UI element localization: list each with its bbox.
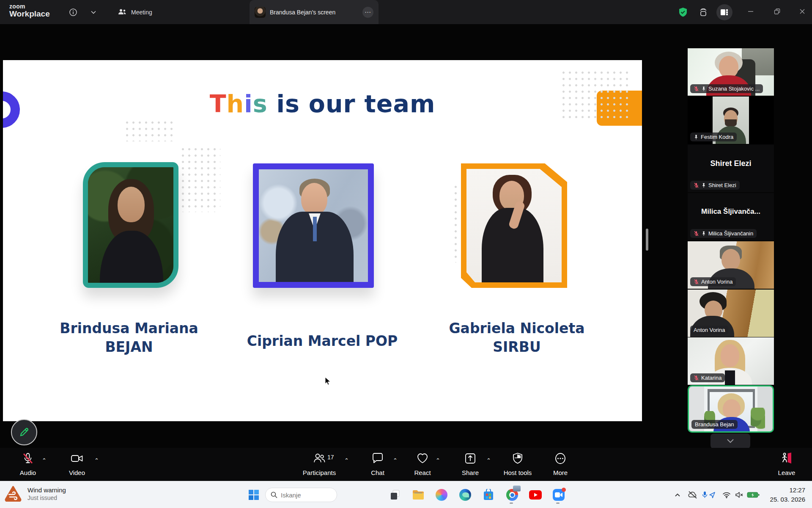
file-explorer-icon[interactable]	[411, 488, 425, 502]
mic-muted-icon	[694, 279, 699, 284]
member-name-3: Gabriela NicoletaSIRBU	[437, 319, 597, 356]
participant-name-label: Brandusa Bejan	[691, 420, 738, 429]
tab-meeting[interactable]: Meeting	[113, 0, 156, 24]
cast-icon[interactable]	[697, 6, 710, 19]
pin-icon	[701, 86, 706, 91]
wind-warning-icon	[4, 486, 22, 502]
decorative-dots	[180, 146, 220, 212]
participants-button[interactable]: Participants	[296, 452, 343, 476]
participant-tile-festim[interactable]: Festim Kodra	[688, 97, 774, 144]
pin-icon	[694, 135, 699, 140]
edge-icon[interactable]	[458, 488, 472, 502]
tab-shared-screen[interactable]: Brandusa Bejan's screen ⋯	[250, 0, 379, 24]
info-icon[interactable]	[67, 6, 80, 19]
video-button[interactable]: Video	[54, 452, 100, 476]
location-in-use-icon[interactable]	[708, 488, 717, 502]
react-options-chevron[interactable]: ⌃	[436, 457, 440, 464]
participant-tile-anton-1[interactable]: Anton Vorina	[688, 241, 774, 289]
volume-muted-icon[interactable]	[732, 488, 746, 502]
tab-shared-screen-label: Brandusa Bejan's screen	[270, 9, 335, 16]
participant-tile-anton-2[interactable]: Anton Vorina	[688, 290, 774, 337]
participant-name-label: Festim Kodra	[690, 133, 737, 141]
avatar	[255, 7, 266, 18]
chevron-down-icon[interactable]	[87, 6, 100, 19]
video-options-chevron[interactable]: ⌃	[94, 457, 99, 464]
more-participants-chevron-button[interactable]	[710, 433, 750, 449]
wifi-icon[interactable]	[720, 488, 733, 502]
security-shield-icon[interactable]	[677, 6, 689, 19]
decorative-dots	[124, 119, 175, 141]
close-button[interactable]	[795, 5, 809, 18]
running-app-indicator	[556, 502, 560, 504]
leave-door-icon	[779, 452, 794, 465]
host-tools-button[interactable]: Host tools	[494, 452, 541, 476]
start-button[interactable]	[247, 488, 261, 502]
share-screen-icon	[464, 452, 477, 465]
member-photo-3	[461, 163, 567, 288]
pin-icon	[701, 183, 706, 188]
chrome-thumbnail-overlay	[513, 486, 521, 491]
vertical-scrollbar[interactable]	[646, 229, 648, 251]
participant-display-name: Milica Šljivanča...	[688, 207, 774, 216]
participant-name-label: Suzana Stojakovic ...	[690, 84, 763, 93]
audio-button[interactable]: Audio	[5, 452, 51, 476]
mic-muted-icon	[694, 231, 699, 236]
view-layout-icon[interactable]	[716, 4, 732, 20]
chrome-icon[interactable]	[505, 488, 519, 502]
participant-tile-milica[interactable]: Milica Šljivanča... Milica Šljivančanin	[688, 193, 774, 240]
task-view-icon[interactable]	[388, 488, 402, 502]
taskbar-search[interactable]	[265, 488, 337, 502]
member-name-1: Brindusa MarianaBEJAN	[50, 319, 208, 356]
search-input[interactable]	[281, 491, 327, 499]
mic-muted-icon	[694, 182, 699, 188]
hidden-icons-chevron[interactable]	[671, 488, 684, 502]
microsoft-store-icon[interactable]	[482, 488, 495, 502]
onedrive-paused-icon[interactable]	[686, 488, 700, 502]
mic-muted-icon	[22, 452, 34, 465]
participant-name-label: Shiret Elezi	[690, 181, 740, 190]
more-button[interactable]: More	[537, 452, 584, 476]
maximize-button[interactable]	[770, 5, 784, 18]
audio-options-chevron[interactable]: ⌃	[42, 457, 47, 464]
tab-options-icon[interactable]: ⋯	[362, 7, 373, 18]
weather-notification[interactable]: Wind warning Just issued	[4, 486, 66, 502]
member-photo-1	[83, 162, 178, 288]
participant-tile-brandusa-active-speaker[interactable]: Brandusa Bejan	[688, 385, 774, 433]
titlebar: zoom Workplace Meeting Brandusa Bejan's …	[0, 0, 812, 24]
copilot-icon[interactable]	[435, 488, 448, 502]
host-tools-shield-icon	[511, 452, 524, 465]
share-button[interactable]: Share	[447, 452, 494, 476]
chat-options-chevron[interactable]: ⌃	[393, 457, 398, 464]
shared-screen-slide: This is our team Brindusa MarianaBEJAN C…	[3, 60, 642, 421]
participant-tile-suzana[interactable]: Suzana Stojakovic ...	[688, 48, 774, 96]
battery-charging-icon[interactable]	[745, 488, 761, 502]
zoom-app-icon[interactable]	[552, 488, 565, 502]
participant-tile-katarina[interactable]: Katarina	[688, 337, 774, 385]
notification-dot	[562, 488, 566, 492]
slide-title: This is our team	[3, 90, 642, 118]
react-button[interactable]: React	[399, 452, 446, 476]
participant-tile-shiret[interactable]: Shiret Elezi Shiret Elezi	[688, 145, 774, 192]
taskbar-clock[interactable]: 12:27 25. 03. 2026	[770, 486, 805, 504]
participants-count: 17	[327, 454, 334, 461]
zoom-workplace-logo: zoom Workplace	[9, 3, 50, 18]
participants-options-chevron[interactable]: ⌃	[344, 457, 349, 464]
windows-taskbar: Wind warning Just issued	[0, 481, 812, 508]
leave-button[interactable]: Leave	[763, 452, 810, 476]
participant-name-label: Milica Šljivančanin	[690, 229, 757, 238]
mic-muted-icon	[694, 86, 699, 91]
pin-icon	[701, 231, 706, 236]
notification-subtitle: Just issued	[27, 494, 66, 501]
participant-name-label: Anton Vorina	[690, 326, 728, 334]
youtube-icon[interactable]	[529, 488, 542, 502]
running-app-indicator	[510, 502, 513, 504]
share-options-chevron[interactable]: ⌃	[486, 457, 491, 464]
annotate-pencil-button[interactable]	[11, 419, 37, 445]
chevron-down-icon	[727, 439, 734, 444]
search-icon	[271, 491, 277, 498]
minimize-button[interactable]	[743, 5, 758, 18]
more-ellipsis-icon	[554, 452, 567, 465]
notification-title: Wind warning	[27, 486, 66, 494]
chat-button[interactable]: Chat	[354, 452, 401, 476]
participant-name-label: Katarina	[690, 373, 725, 382]
